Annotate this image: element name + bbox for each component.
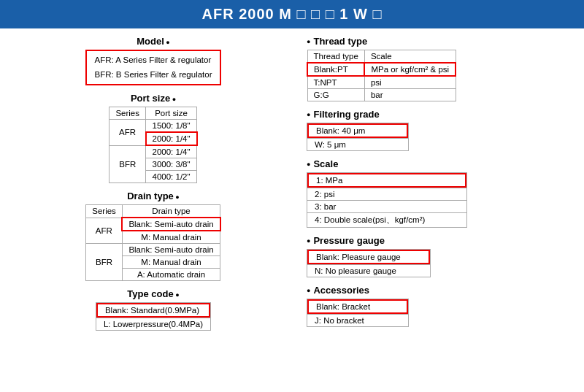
drain-col-series: Series [86, 205, 123, 218]
thread-row-1-scale: psi [364, 76, 456, 89]
type-code-section: Type code Blank: Standard(0.9MPa) L: Low… [15, 288, 292, 331]
type-code-box: Blank: Standard(0.9MPa) L: Lowerpressure… [96, 302, 211, 331]
thread-type-section: ● Thread type Thread type Scale Blank:PT… [307, 36, 577, 101]
port-bfr-1: 2000: 1/4" [146, 145, 197, 158]
accessories-box: Blank: Bracket J: No bracket [307, 299, 409, 327]
scale-item-3: 4: Double scale(psi、kgf/cm²) [307, 212, 466, 227]
filtering-grade-section: ● Filtering grade Blank: 40 μm W: 5 μm [307, 109, 577, 151]
model-title: Model [15, 36, 292, 47]
filter-item-1: W: 5 μm [307, 138, 408, 150]
thread-row-1-type: T:NPT [307, 76, 364, 89]
thread-row-0-type: Blank:PT [307, 63, 364, 76]
port-size-table: Series Port size AFR 1500: 1/8" 2000: 1/… [109, 107, 197, 183]
thread-row-2-type: G:G [307, 89, 364, 101]
thread-row-2-scale: bar [364, 89, 456, 101]
port-size-section: Port size Series Port size AFR 1500: 1/8… [15, 93, 292, 183]
drain-col-type: Drain type [122, 205, 220, 218]
thread-type-table: Thread type Scale Blank:PT MPa or kgf/cm… [307, 50, 456, 101]
accessories-item-1: J: No bracket [307, 314, 408, 326]
drain-bfr-1: Blank: Semi-auto drain [122, 244, 220, 256]
type-code-item-1: L: Lowerpressure(0.4MPa) [96, 318, 210, 330]
accessories-section: ● Accessories Blank: Bracket J: No brack… [307, 285, 577, 327]
drain-afr-series: AFR [86, 218, 123, 244]
drain-type-table: Series Drain type AFR Blank: Semi-auto d… [85, 204, 220, 281]
header: AFR 2000 M □ □ □ 1 W □ [0, 0, 584, 28]
accessories-item-0: Blank: Bracket [307, 299, 408, 314]
thread-col-type: Thread type [307, 50, 364, 64]
pressure-gauge-section: ● Pressure gauge Blank: Pleasure gauge N… [307, 235, 577, 277]
accessories-dot: ● [307, 287, 310, 294]
type-code-item-0: Blank: Standard(0.9MPa) [96, 303, 210, 318]
port-bfr-2: 3000: 3/8" [146, 158, 197, 171]
port-afr-2: 2000: 1/4" [146, 132, 197, 145]
filter-dot: ● [307, 111, 310, 118]
type-code-title: Type code [15, 288, 292, 299]
scale-title: Scale [313, 158, 338, 169]
port-size-title: Port size [15, 93, 292, 104]
drain-type-title: Drain type [15, 191, 292, 201]
scale-item-2: 3: bar [307, 200, 466, 212]
filter-item-0: Blank: 40 μm [307, 123, 408, 138]
scale-item-1: 2: psi [307, 188, 466, 200]
port-afr-1: 1500: 1/8" [146, 120, 197, 133]
filtering-grade-box: Blank: 40 μm W: 5 μm [307, 123, 409, 151]
drain-type-section: Drain type Series Drain type AFR Blank: … [15, 191, 292, 281]
model-box: AFR: A Series Filter & regulator BFR: B … [85, 50, 220, 85]
scale-dot: ● [307, 161, 310, 168]
pressure-item-0: Blank: Pleasure gauge [307, 250, 430, 264]
drain-afr-1: Blank: Semi-auto drain [122, 218, 220, 231]
pressure-gauge-title: Pressure gauge [313, 235, 385, 246]
header-title: AFR 2000 M □ □ □ 1 W □ [201, 6, 382, 22]
drain-afr-2: M: Manual drain [122, 231, 220, 244]
scale-item-0: 1: MPa [307, 173, 466, 188]
filtering-grade-title: Filtering grade [313, 109, 379, 120]
pressure-gauge-box: Blank: Pleasure gauge N: No pleasure gau… [307, 249, 431, 277]
scale-section: ● Scale 1: MPa 2: psi 3: bar 4: Double s… [307, 158, 577, 228]
thread-row-0-scale: MPa or kgf/cm² & psi [364, 63, 456, 76]
scale-box: 1: MPa 2: psi 3: bar 4: Double scale(psi… [307, 172, 467, 228]
port-col-size: Port size [146, 107, 197, 120]
pressure-dot: ● [307, 237, 310, 245]
model-section: Model AFR: A Series Filter & regulator B… [15, 36, 292, 85]
model-item-0: AFR: A Series Filter & regulator [94, 53, 212, 68]
pressure-item-1: N: No pleasure gauge [307, 264, 430, 277]
drain-bfr-3: A: Automatic drain [122, 269, 220, 281]
drain-bfr-series: BFR [86, 244, 123, 281]
port-col-series: Series [110, 107, 146, 120]
thread-col-scale: Scale [364, 50, 456, 64]
drain-bfr-2: M: Manual drain [122, 256, 220, 269]
accessories-title: Accessories [313, 285, 369, 296]
port-bfr-3: 4000: 1/2" [146, 171, 197, 183]
thread-dot: ● [307, 38, 310, 45]
thread-type-title: Thread type [313, 36, 367, 47]
port-bfr-series: BFR [110, 145, 146, 183]
model-item-1: BFR: B Series Filter & regulator [94, 68, 212, 82]
port-afr-series: AFR [110, 120, 146, 146]
